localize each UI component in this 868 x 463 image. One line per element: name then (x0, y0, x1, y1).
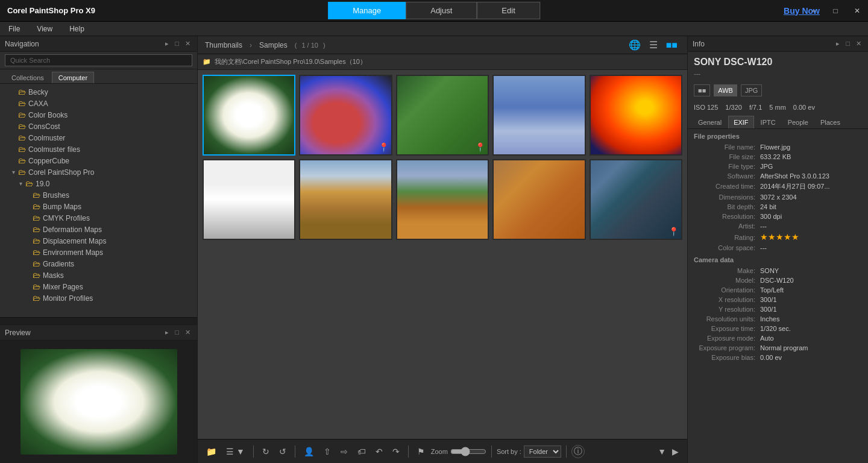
menu-help[interactable]: Help (66, 24, 88, 34)
left-panel: Navigation ▸ □ ✕ Collections Computer 🗁B… (0, 36, 198, 463)
info-pin-button[interactable]: ▸ (834, 39, 841, 48)
jpg-icon-box[interactable]: JPG (741, 84, 762, 96)
tree-item[interactable]: 🗁Bump Maps (0, 201, 197, 212)
tab-general[interactable]: General (693, 116, 727, 128)
sort-select[interactable]: Folder Name Date Size Type (524, 446, 561, 458)
list-view-button[interactable]: ☰ (647, 38, 660, 52)
tree-item[interactable]: 🗁Environment Maps (0, 247, 197, 258)
tab-people[interactable]: People (782, 116, 814, 128)
preview-panel-controls: ▸ □ ✕ (163, 328, 192, 337)
grid-view-button[interactable]: ■■ (664, 39, 680, 52)
tab-collections[interactable]: Collections (5, 72, 51, 83)
thumbnail-item[interactable] (396, 159, 489, 240)
person-btn[interactable]: 👤 (300, 444, 318, 459)
tree-item[interactable]: 🗁Brushes (0, 189, 197, 201)
nav-float-button[interactable]: □ (173, 39, 181, 48)
nav-pin-button[interactable]: ▸ (163, 39, 171, 48)
tree-item[interactable]: 🗁CMYK Profiles (0, 212, 197, 224)
share-btn[interactable]: ⇨ (337, 444, 351, 459)
info-property-label: File size: (694, 153, 760, 160)
tab-exif[interactable]: EXIF (728, 116, 753, 128)
tree-item-label: Color Books (28, 111, 68, 119)
tree-arrow-icon: ▾ (17, 180, 24, 187)
tree-item-label: Masks (43, 271, 64, 280)
camera-data-value: 300/1 (760, 306, 862, 313)
search-input[interactable] (5, 54, 192, 66)
breadcrumb-samples[interactable]: Samples (259, 41, 288, 49)
thumbnail-item[interactable] (492, 75, 585, 156)
thumbnail-image (397, 160, 488, 239)
thumbnail-item[interactable] (203, 75, 295, 156)
tree-item[interactable]: ▾🗁19.0 (0, 178, 197, 189)
center-panel: Thumbnails › Samples ( 1 / 10 ) 🌐 ☰ ■■ 📁… (198, 36, 687, 463)
info-property-row: Bit depth:24 bit (688, 202, 868, 212)
nav-close-button[interactable]: ✕ (183, 39, 192, 48)
tree-item[interactable]: 🗁CAXA (0, 98, 197, 109)
tree-item[interactable]: 🗁Coolmuster files (0, 143, 197, 155)
tab-places[interactable]: Places (815, 116, 846, 128)
maximize-button[interactable]: □ (825, 0, 846, 22)
preview-float-button[interactable]: □ (173, 328, 181, 337)
awb-icon-box[interactable]: AWB (714, 84, 737, 96)
grid-icon-box[interactable]: ■■ (694, 84, 710, 96)
zoom-slider[interactable] (450, 447, 486, 456)
info-float-button[interactable]: □ (844, 39, 852, 48)
tree-item[interactable]: 🗁Deformation Maps (0, 224, 197, 235)
info-property-label: Bit depth: (694, 203, 760, 210)
tree-item[interactable]: 🗁Mixer Pages (0, 281, 197, 292)
tree-item[interactable]: 🗁Displacement Maps (0, 235, 197, 247)
scroll-right-btn[interactable]: ▶ (668, 444, 682, 459)
menu-btn[interactable]: ☰ ▼ (222, 444, 248, 459)
tree-item[interactable]: 🗁Monitor Profiles (0, 292, 197, 304)
minimize-button[interactable]: − (803, 0, 825, 22)
flag-btn[interactable]: ⚑ (414, 444, 429, 459)
upload-btn[interactable]: ⇧ (320, 444, 335, 459)
preview-close-button[interactable]: ✕ (183, 328, 192, 337)
tree-item[interactable]: 🗁CopperCube (0, 155, 197, 166)
tree-item[interactable]: 🗁Gradients (0, 258, 197, 269)
close-button[interactable]: ✕ (846, 0, 868, 22)
camera-data-label: Exposure time: (694, 325, 760, 332)
undo-btn[interactable]: ↶ (372, 444, 386, 459)
thumbnail-item[interactable]: 📍 (590, 159, 682, 240)
tree-item-label: ConsCost (28, 122, 60, 131)
thumbnail-item[interactable]: 📍 (396, 75, 489, 156)
menu-file[interactable]: File (5, 24, 24, 34)
info-property-row: Color space:--- (688, 243, 868, 253)
menu-view[interactable]: View (33, 24, 56, 34)
tree-item[interactable]: 🗁Masks (0, 269, 197, 281)
breadcrumb-thumbnails[interactable]: Thumbnails (205, 41, 242, 49)
info-button[interactable]: ⓘ (571, 445, 585, 458)
expand-button[interactable]: ▼ (658, 447, 666, 456)
thumbnail-item[interactable] (492, 159, 585, 240)
tab-adjust[interactable]: Adjust (406, 2, 477, 19)
thumbnail-item[interactable] (203, 159, 295, 240)
tab-edit[interactable]: Edit (477, 2, 539, 19)
thumbnail-item[interactable] (299, 159, 392, 240)
tab-computer[interactable]: Computer (52, 72, 94, 83)
redo-btn[interactable]: ↷ (389, 444, 403, 459)
rotate-right-btn[interactable]: ↺ (275, 444, 290, 459)
navigation-panel: Navigation ▸ □ ✕ Collections Computer 🗁B… (0, 36, 197, 324)
globe-view-button[interactable]: 🌐 (626, 38, 643, 52)
tree-item[interactable]: 🗁ConsCost (0, 121, 197, 132)
tree-item[interactable]: ▾🗁Corel PaintShop Pro (0, 166, 197, 178)
tag-btn[interactable]: 🏷 (354, 444, 370, 459)
preview-panel-header: Preview ▸ □ ✕ (0, 325, 197, 341)
folder-icon: 🗁 (33, 294, 40, 303)
thumbnail-item[interactable] (590, 75, 682, 156)
tab-manage[interactable]: Manage (328, 2, 406, 19)
preview-pin-button[interactable]: ▸ (163, 328, 171, 337)
iso-value: ISO 125 (694, 104, 718, 111)
tree-hscroll[interactable] (0, 317, 197, 324)
info-close-button[interactable]: ✕ (854, 39, 863, 48)
tree-item[interactable]: 🗁Color Books (0, 109, 197, 121)
file-tree[interactable]: 🗁Becky🗁CAXA🗁Color Books🗁ConsCost🗁Coolmus… (0, 84, 197, 317)
tree-item[interactable]: 🗁Becky (0, 86, 197, 98)
tab-iptc[interactable]: IPTC (755, 116, 781, 128)
rotate-left-btn[interactable]: ↻ (259, 444, 273, 459)
tree-item[interactable]: 🗁Coolmuster (0, 132, 197, 143)
thumbnail-item[interactable]: 📍 (299, 75, 392, 156)
camera-data-value: SONY (760, 267, 862, 274)
folder-btn[interactable]: 📁 (203, 444, 220, 459)
